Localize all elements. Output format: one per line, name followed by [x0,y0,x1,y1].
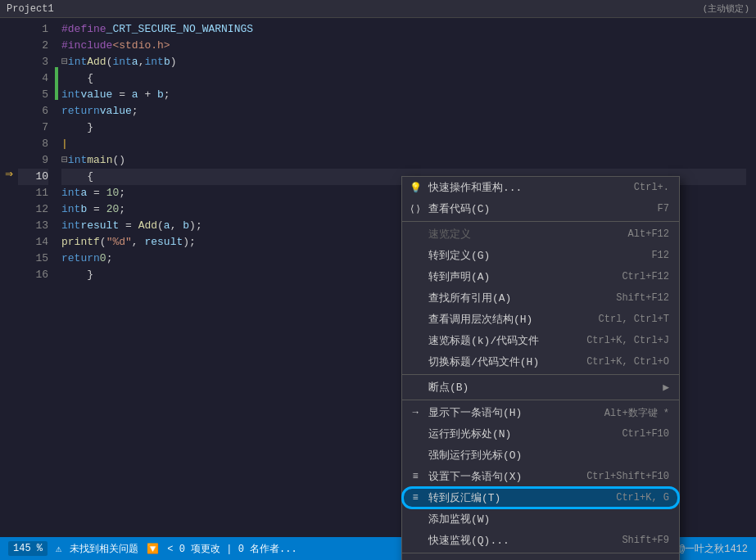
arrow-row [0,149,18,165]
code-line[interactable]: { [61,70,746,87]
menu-item-label: 查看调用层次结构(H) [428,312,582,327]
scrollbar[interactable] [746,18,756,537]
menu-item-icon: → [409,406,422,419]
menu-item-label: 快速操作和重构... [428,180,618,195]
menu-item-shortcut: Ctrl+F10 [622,428,669,440]
line-number: 16 [18,267,48,283]
line-number: 5 [18,87,48,103]
line-number: 12 [18,201,48,218]
arrow-row [0,51,18,67]
line-number: 7 [18,120,48,136]
title-bar: Project1 (主动锁定) [0,0,756,18]
menu-item-shortcut: Ctrl, Ctrl+T [599,314,669,325]
context-menu: 💡 快速操作和重构... Ctrl+. ⟨⟩ 查看代码(C) F7 速览定义 A… [401,176,680,560]
editor-container: ⇒ 12345678910111213141516 #define _CRT_S… [0,18,756,537]
menu-item-switch-header[interactable]: 切换标题/代码文件(H) Ctrl+K, Ctrl+O [402,351,679,373]
menu-item-label: 切换标题/代码文件(H) [428,355,570,369]
line-number: 10 [18,169,48,185]
code-line[interactable]: } [61,120,746,136]
line-number: 3 [18,54,48,70]
arrow-row [0,84,18,100]
status-warning-text: 未找到相关问题 [70,542,138,556]
menu-item-icon: 💡 [409,181,422,194]
code-line[interactable]: int value = a + b; [61,87,746,103]
code-line[interactable]: ⊟ int main() [61,152,746,169]
menu-item-goto-decl[interactable]: 转到声明(A) Ctrl+F12 [402,266,679,287]
menu-item-label: 转到声明(A) [428,269,605,284]
menu-item-label: 显示下一条语句(H) [428,405,588,420]
menu-item-add-watch[interactable]: 添加监视(W) [402,508,679,530]
line-number: 8 [18,136,48,152]
menu-item-peek-code[interactable]: ⟨⟩ 查看代码(C) F7 [402,198,679,219]
status-filter-icon[interactable]: 🔽 [147,543,159,555]
menu-item-shortcut: F7 [658,203,669,215]
menu-item-find-all-ref[interactable]: 查找所有引用(A) Shift+F12 [402,287,679,309]
menu-item-label: 快速监视(Q)... [428,533,605,548]
project-title: Project1 [7,3,54,15]
menu-item-shortcut: Ctrl+K, Ctrl+O [586,356,669,368]
menu-item-label: 转到定义(G) [428,248,635,263]
arrow-row: ⇒ [0,165,18,182]
status-warning-icon: ⚠ [56,543,61,555]
menu-item-label: 添加监视(W) [428,512,669,526]
arrow-row [0,133,18,149]
arrow-row [0,264,18,280]
arrow-row [0,34,18,51]
menu-item-label: 设置下一条语句(X) [428,469,570,484]
menu-item-icon: ⟨⟩ [409,202,422,215]
menu-item-set-next-stmt[interactable]: ≡ 设置下一条语句(X) Ctrl+Shift+F10 [402,466,679,487]
menu-item-shortcut: F12 [651,250,669,261]
code-line[interactable]: return value; [61,103,746,120]
menu-item-icon: ≡ [409,470,422,483]
menu-item-label: 运行到光标处(N) [428,427,605,441]
arrow-row [0,198,18,215]
menu-item-quick-watch[interactable]: 快速监视(Q)... Shift+F9 [402,530,679,551]
arrow-row [0,231,18,247]
menu-item-shortcut: Ctrl+. [634,182,669,193]
menu-item-snippet[interactable]: 片段(S) ▶ [402,555,679,560]
menu-item-run-cursor[interactable]: 运行到光标处(N) Ctrl+F10 [402,423,679,445]
menu-item-force-run[interactable]: 强制运行到光标(O) [402,445,679,466]
arrow-row [0,247,18,264]
arrow-row [0,67,18,84]
menu-item-shortcut: Shift+F12 [616,292,669,304]
menu-item-shortcut: Alt+F12 [628,228,669,240]
menu-item-icon: ≡ [409,491,422,504]
code-line[interactable]: #include <stdio.h> [61,38,746,54]
line-number: 14 [18,234,48,251]
menu-item-shortcut: Ctrl+K, Ctrl+J [586,335,669,346]
menu-separator [402,553,679,553]
menu-separator [402,221,679,222]
line-number: 6 [18,103,48,120]
zoom-level[interactable]: 145 % [8,541,48,556]
menu-item-shortcut: Shift+F9 [622,535,669,546]
menu-separator [402,400,679,400]
code-line[interactable]: #define _CRT_SECURE_NO_WARNINGS [61,21,746,38]
menu-item-label: 转到反汇编(T) [428,490,600,505]
menu-item-goto-def[interactable]: 转到定义(G) F12 [402,245,679,266]
menu-item-call-hier[interactable]: 查看调用层次结构(H) Ctrl, Ctrl+T [402,309,679,330]
menu-item-shortcut: Ctrl+K, G [616,492,669,504]
menu-item-browse-tag[interactable]: 速览标题(k)/代码文件 Ctrl+K, Ctrl+J [402,330,679,351]
window-controls: (主动锁定) [703,2,749,15]
menu-item-shortcut: Ctrl+F12 [622,271,669,282]
execution-arrow: ⇒ [5,165,13,182]
menu-item-label: 速览标题(k)/代码文件 [428,333,570,348]
line-numbers: 12345678910111213141516 [18,18,55,537]
menu-item-label: 断点(B) [428,380,656,395]
status-changes: < 0 项更改 | 0 名作者... [167,542,297,556]
menu-separator [402,374,679,375]
menu-item-quick-action[interactable]: 💡 快速操作和重构... Ctrl+. [402,177,679,198]
menu-item-label: 速览定义 [428,227,612,242]
menu-item-breakpoint[interactable]: 断点(B) ▶ [402,377,679,398]
menu-item-disassembly[interactable]: ≡ 转到反汇编(T) Ctrl+K, G [402,487,679,508]
menu-item-label: 强制运行到光标(O) [428,448,669,463]
menu-item-quick-nav[interactable]: 速览定义 Alt+F12 [402,224,679,245]
code-line[interactable]: | [61,136,746,152]
line-number: 1 [18,21,48,38]
menu-item-shortcut: Alt+数字键 * [604,406,669,420]
menu-item-next-stmt[interactable]: → 显示下一条语句(H) Alt+数字键 * [402,402,679,423]
code-line[interactable]: ⊟ int Add(int a,int b) [61,54,746,70]
line-number: 13 [18,218,48,234]
line-number: 4 [18,70,48,87]
